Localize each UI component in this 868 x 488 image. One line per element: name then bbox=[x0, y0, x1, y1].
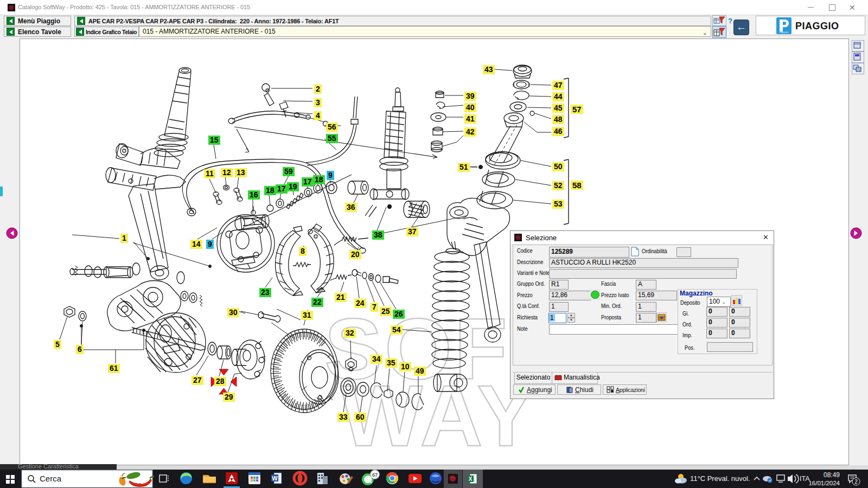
svg-text:PIAGGIO: PIAGGIO bbox=[780, 31, 789, 34]
svg-text:X: X bbox=[469, 476, 473, 482]
svg-text:W: W bbox=[272, 475, 278, 481]
svg-text:2: 2 bbox=[854, 479, 858, 485]
svg-text:16/01/2024: 16/01/2024 bbox=[808, 480, 840, 486]
svg-text:Cerca: Cerca bbox=[40, 474, 62, 483]
svg-text:WAY: WAY bbox=[341, 367, 537, 464]
svg-text:11°C Preval. nuvol.: 11°C Preval. nuvol. bbox=[690, 474, 750, 483]
svg-text:08:49: 08:49 bbox=[824, 471, 840, 479]
svg-text:67: 67 bbox=[372, 472, 378, 478]
